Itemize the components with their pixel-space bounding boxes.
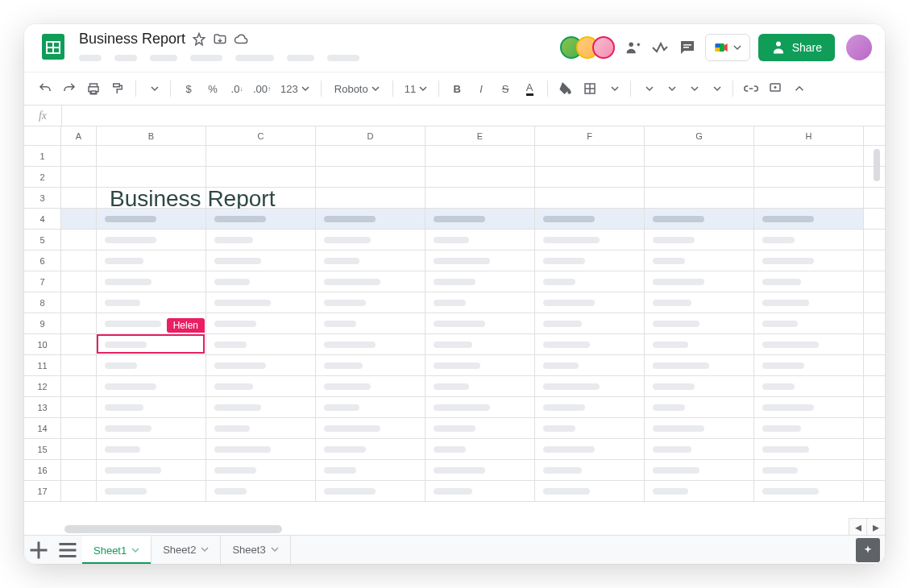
- collapse-toolbar-icon[interactable]: [788, 77, 811, 100]
- font-family-dropdown[interactable]: Roboto: [328, 77, 386, 100]
- cell[interactable]: [535, 481, 645, 501]
- add-sheet-icon[interactable]: [24, 536, 53, 565]
- cell[interactable]: [97, 418, 206, 438]
- table-row[interactable]: 9: [24, 313, 885, 334]
- row-header[interactable]: 10: [24, 334, 61, 354]
- horizontal-scrollbar[interactable]: [64, 525, 282, 533]
- column-header[interactable]: D: [316, 126, 425, 145]
- cell[interactable]: [645, 460, 754, 480]
- move-folder-icon[interactable]: [213, 32, 227, 47]
- cell[interactable]: [425, 146, 535, 166]
- cell[interactable]: [316, 167, 425, 187]
- menu-bar[interactable]: [79, 51, 557, 65]
- column-header[interactable]: H: [754, 126, 864, 145]
- cell[interactable]: [316, 271, 425, 292]
- fx-icon[interactable]: fx: [24, 110, 61, 122]
- table-row[interactable]: 12: [24, 376, 885, 397]
- cell[interactable]: [206, 376, 316, 396]
- column-header[interactable]: F: [535, 126, 645, 145]
- cell[interactable]: [316, 313, 425, 333]
- paint-format-icon[interactable]: [106, 77, 129, 100]
- cell[interactable]: [425, 313, 535, 333]
- cell[interactable]: [61, 481, 97, 501]
- table-row[interactable]: 17: [24, 481, 885, 502]
- bold-icon[interactable]: B: [446, 77, 468, 100]
- cell[interactable]: [316, 376, 425, 396]
- cell[interactable]: [97, 376, 206, 396]
- sheets-logo-icon[interactable]: [37, 31, 69, 63]
- row-header[interactable]: 14: [24, 418, 61, 438]
- cell[interactable]: [206, 271, 316, 292]
- cell[interactable]: [61, 271, 97, 292]
- currency-icon[interactable]: $: [177, 77, 200, 100]
- cell[interactable]: [61, 460, 97, 480]
- cell[interactable]: [316, 230, 425, 250]
- sheet-tab[interactable]: Sheet3: [221, 536, 290, 564]
- cell[interactable]: [754, 146, 864, 166]
- cell[interactable]: [206, 230, 316, 250]
- cell[interactable]: [425, 167, 535, 187]
- cell[interactable]: [97, 167, 206, 187]
- row-header[interactable]: 8: [24, 292, 61, 313]
- table-row[interactable]: 14: [24, 418, 885, 439]
- avatar[interactable]: [592, 36, 615, 59]
- cell[interactable]: [425, 230, 535, 250]
- meet-button[interactable]: [705, 34, 750, 61]
- cell[interactable]: [645, 167, 754, 187]
- row-header[interactable]: 13: [24, 397, 61, 417]
- cell[interactable]: [97, 460, 206, 480]
- row-header[interactable]: 17: [24, 481, 61, 501]
- cell[interactable]: [645, 418, 754, 438]
- explore-button[interactable]: [856, 538, 880, 562]
- cell[interactable]: [316, 292, 425, 313]
- cell[interactable]: [645, 481, 754, 501]
- scroll-left-icon[interactable]: ◂: [849, 519, 867, 535]
- cell[interactable]: [316, 334, 425, 354]
- scroll-right-icon[interactable]: ▸: [867, 519, 885, 535]
- person-add-icon[interactable]: [623, 38, 642, 57]
- row-header[interactable]: 16: [24, 460, 61, 480]
- cell[interactable]: [425, 460, 535, 480]
- cell[interactable]: [61, 418, 97, 438]
- table-row[interactable]: 13: [24, 397, 885, 418]
- cell[interactable]: [97, 313, 206, 333]
- cell[interactable]: [316, 209, 425, 229]
- table-row[interactable]: 10: [24, 334, 885, 355]
- cell[interactable]: [316, 481, 425, 501]
- row-header[interactable]: 7: [24, 271, 61, 292]
- row-header[interactable]: 5: [24, 230, 61, 250]
- text-wrap-dropdown[interactable]: [683, 77, 704, 100]
- cell[interactable]: [535, 209, 645, 229]
- cell[interactable]: [206, 167, 316, 187]
- cell[interactable]: [754, 167, 864, 187]
- column-header[interactable]: E: [425, 126, 535, 145]
- cell[interactable]: [97, 355, 206, 375]
- cell[interactable]: [754, 313, 864, 333]
- table-row[interactable]: 15: [24, 439, 885, 460]
- fill-color-icon[interactable]: [554, 77, 577, 100]
- cell[interactable]: [61, 334, 97, 354]
- cell[interactable]: [535, 230, 645, 250]
- cell[interactable]: [754, 481, 864, 501]
- cell[interactable]: [535, 418, 645, 438]
- chevron-down-icon[interactable]: [201, 544, 209, 556]
- cell[interactable]: [645, 271, 754, 292]
- cell[interactable]: [754, 251, 864, 271]
- share-button[interactable]: Share: [758, 34, 835, 61]
- cell[interactable]: [61, 209, 97, 229]
- cell[interactable]: [206, 418, 316, 438]
- row-header[interactable]: 2: [24, 167, 61, 187]
- cell[interactable]: [535, 334, 645, 354]
- cell[interactable]: [61, 292, 97, 313]
- cloud-saved-icon[interactable]: [234, 32, 248, 47]
- cell[interactable]: [316, 188, 425, 208]
- cell[interactable]: [535, 167, 645, 187]
- print-icon[interactable]: [82, 77, 105, 100]
- cell[interactable]: [206, 251, 316, 271]
- cell[interactable]: [425, 418, 535, 438]
- cell[interactable]: [97, 397, 206, 417]
- select-all-corner[interactable]: [24, 126, 61, 145]
- text-rotation-dropdown[interactable]: [705, 77, 726, 100]
- cell[interactable]: [206, 292, 316, 313]
- row-header[interactable]: 11: [24, 355, 61, 375]
